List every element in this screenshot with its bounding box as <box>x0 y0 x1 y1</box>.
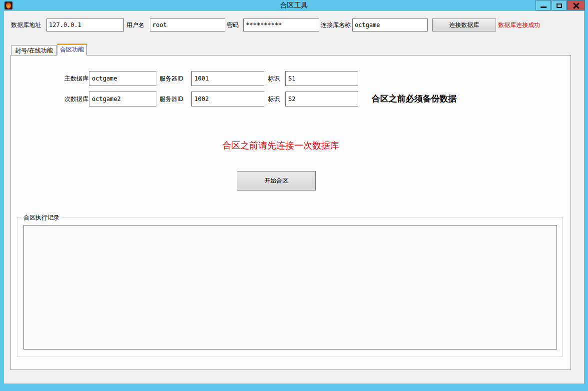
db-address-label: 数据库地址 <box>11 18 41 32</box>
minimize-button[interactable] <box>536 0 551 10</box>
secondary-db-input[interactable]: octgame2 <box>89 92 156 106</box>
dbname-input[interactable]: octgame <box>352 18 428 32</box>
primary-server-id-label: 服务器ID <box>159 71 183 86</box>
primary-tag-input[interactable]: S1 <box>285 71 358 86</box>
maximize-button[interactable] <box>552 0 567 10</box>
username-input[interactable]: root <box>150 18 225 32</box>
connection-status-text: 数据库连接成功 <box>498 18 540 32</box>
merge-log-groupbox: 合区执行记录 <box>17 217 563 357</box>
tab-merge[interactable]: 合区功能 <box>57 44 87 56</box>
client-area: 数据库地址 127.0.0.1 用户名 root 密码 ********** 连… <box>4 11 584 384</box>
password-label: 密码 <box>227 18 239 32</box>
primary-db-label: 主数据库 <box>64 71 88 86</box>
merge-log-group-title: 合区执行记录 <box>21 214 61 222</box>
merge-tab-page: 主数据库 octgame 服务器ID 1001 标识 S1 次数据库 octga… <box>10 55 571 370</box>
db-address-input[interactable]: 127.0.0.1 <box>46 18 124 32</box>
username-label: 用户名 <box>126 18 144 32</box>
minimize-icon <box>541 6 547 8</box>
maximize-icon <box>557 4 562 8</box>
secondary-db-label: 次数据库 <box>64 92 88 106</box>
secondary-tag-label: 标识 <box>268 92 280 106</box>
merge-log-textarea[interactable] <box>23 225 557 350</box>
close-button[interactable] <box>567 0 585 10</box>
window-title: 合区工具 <box>0 1 588 10</box>
start-merge-button[interactable]: 开始合区 <box>237 171 316 190</box>
app-window: 合区工具 数据库地址 127.0.0.1 用户名 root 密码 *******… <box>0 0 588 391</box>
secondary-tag-input[interactable]: S2 <box>285 92 358 106</box>
connect-database-button[interactable]: 连接数据库 <box>432 18 496 32</box>
close-icon <box>573 2 580 9</box>
title-bar: 合区工具 <box>0 0 588 11</box>
primary-db-input[interactable]: octgame <box>89 71 156 86</box>
secondary-server-id-input[interactable]: 1002 <box>191 92 264 106</box>
primary-tag-label: 标识 <box>268 71 280 86</box>
password-input[interactable]: ********** <box>243 18 319 32</box>
connect-first-warning-text: 合区之前请先连接一次数据库 <box>11 140 551 152</box>
secondary-server-id-label: 服务器ID <box>159 92 183 106</box>
dbname-label: 连接库名称 <box>321 18 351 32</box>
backup-notice-text: 合区之前必须备份数据 <box>372 92 457 106</box>
tab-ban-online[interactable]: 封号/在线功能 <box>11 45 57 56</box>
primary-server-id-input[interactable]: 1001 <box>191 71 264 86</box>
